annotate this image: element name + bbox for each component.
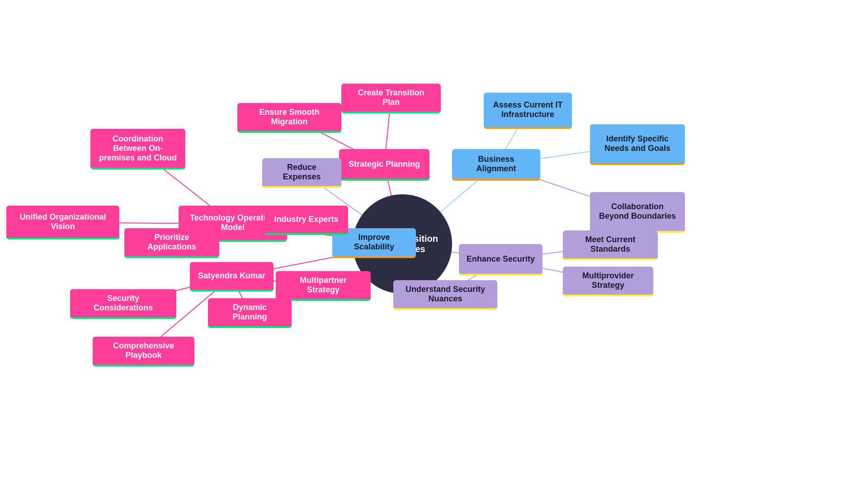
unified-org-vision-node[interactable]: Unified Organizational Vision (6, 206, 119, 239)
meet-current-standards-node[interactable]: Meet Current Standards (563, 230, 658, 260)
ensure-smooth-migration-node[interactable]: Ensure Smooth Migration (237, 103, 341, 133)
prioritize-applications-node[interactable]: Prioritize Applications (124, 228, 219, 258)
understand-security-node[interactable]: Understand Security Nuances (393, 280, 497, 310)
assess-current-it-node[interactable]: Assess Current IT Infrastructure (484, 93, 572, 129)
satyendra-kumar-node[interactable]: Satyendra Kumar (190, 262, 274, 291)
comprehensive-playbook-node[interactable]: Comprehensive Playbook (93, 337, 194, 366)
mindmap-container: Cloud Transition ObjectivesStrategic Pla… (0, 0, 868, 488)
reduce-expenses-node[interactable]: Reduce Expenses (262, 158, 341, 188)
security-considerations-node[interactable]: Security Considerations (70, 289, 176, 319)
multiprovider-strategy-node[interactable]: Multiprovider Strategy (563, 267, 653, 296)
strategic-planning-node[interactable]: Strategic Planning (339, 149, 429, 181)
industry-experts-node[interactable]: Industry Experts (264, 206, 348, 235)
enhance-security-node[interactable]: Enhance Security (459, 244, 542, 276)
create-transition-plan-node[interactable]: Create Transition Plan (341, 84, 441, 113)
multipartner-strategy-node[interactable]: Multipartner Strategy (276, 271, 371, 301)
collaboration-beyond-node[interactable]: Collaboration Beyond Boundaries (590, 192, 685, 233)
business-alignment-node[interactable]: Business Alignment (452, 149, 540, 181)
identify-specific-needs-node[interactable]: Identify Specific Needs and Goals (590, 124, 685, 165)
coordination-between-node[interactable]: Coordination Between On-premises and Clo… (90, 129, 185, 169)
dynamic-planning-node[interactable]: Dynamic Planning (208, 298, 292, 328)
